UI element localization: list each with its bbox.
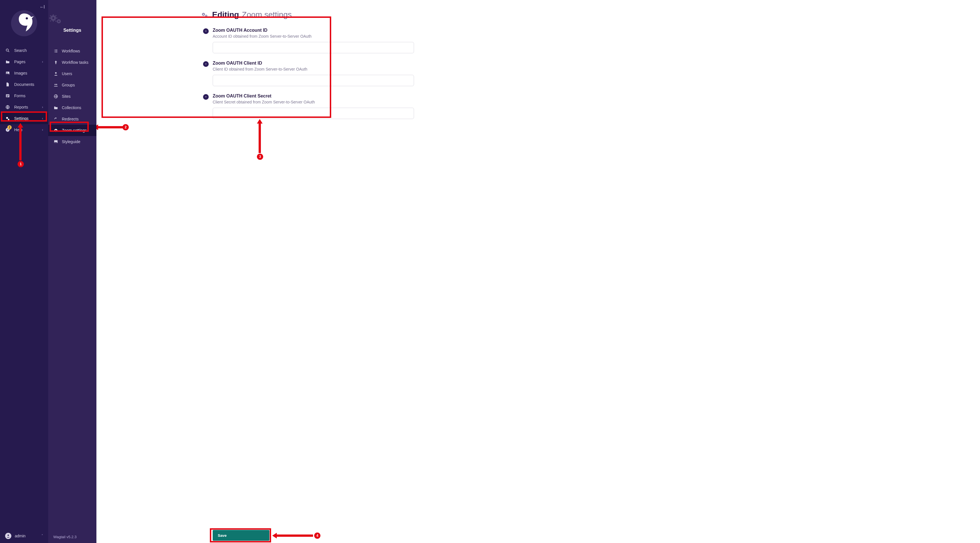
annotation-arrow-2-head	[96, 124, 98, 130]
primary-nav: Search Pages › Images Documents Fo	[0, 45, 48, 135]
svg-point-5	[7, 72, 8, 73]
image-icon	[5, 71, 10, 76]
main-content: Editing Zoom settings Zoom OAUTH Account…	[96, 0, 980, 543]
svg-point-11	[6, 117, 8, 119]
page-title-subtitle: Zoom settings	[242, 10, 292, 19]
svg-point-12	[8, 119, 10, 120]
svg-rect-21	[56, 17, 57, 18]
nav-item-pages[interactable]: Pages ›	[0, 56, 48, 67]
sec-item-styleguide[interactable]: Styleguide	[48, 136, 96, 148]
secondary-header: Settings	[48, 0, 96, 38]
nav-label: Images	[14, 71, 27, 75]
nav-label: Search	[14, 48, 27, 53]
zoom-account-id-input[interactable]	[213, 42, 414, 53]
nav-item-search[interactable]: Search	[0, 45, 48, 56]
folder-icon	[53, 105, 59, 110]
save-button[interactable]: Save	[213, 530, 269, 541]
field-zoom-account-id: Zoom OAUTH Account ID Account ID obtaine…	[201, 28, 980, 53]
annotation-arrow-4-line	[276, 535, 313, 537]
user-icon	[53, 71, 59, 76]
tasks-icon	[53, 48, 59, 54]
sec-item-groups[interactable]: Groups	[48, 79, 96, 90]
cog-icon	[53, 128, 59, 133]
svg-point-1	[26, 17, 28, 19]
field-label: Zoom OAUTH Account ID	[213, 28, 980, 33]
redirect-icon	[53, 116, 59, 122]
pin-icon	[53, 60, 59, 65]
chevron-left-icon: ‹	[42, 116, 43, 121]
field-zoom-client-id: Zoom OAUTH Client ID Client ID obtained …	[201, 60, 980, 86]
user-menu[interactable]: admin ˄	[0, 529, 48, 543]
annotation-badge-3: 3	[257, 154, 263, 160]
sec-item-users[interactable]: Users	[48, 68, 96, 79]
sec-item-sites[interactable]: Sites	[48, 90, 96, 102]
list-icon	[5, 93, 10, 98]
svg-point-15	[8, 535, 9, 536]
wagtail-logo-icon	[11, 10, 38, 37]
nav-item-images[interactable]: Images	[0, 67, 48, 79]
globe-icon	[5, 105, 10, 110]
chevron-right-icon: ›	[42, 105, 43, 109]
sec-item-workflows[interactable]: Workflows	[48, 45, 96, 57]
sec-label: Styleguide	[62, 140, 80, 144]
group-icon	[53, 83, 59, 87]
sec-label: Collections	[62, 105, 81, 110]
sec-label: Workflows	[62, 49, 80, 53]
collapse-toggle[interactable]	[203, 61, 209, 67]
collapse-toggle[interactable]	[203, 94, 209, 100]
nav-label: Reports	[14, 105, 28, 110]
secondary-title: Settings	[48, 28, 96, 33]
field-zoom-client-secret: Zoom OAUTH Client Secret Client Secret o…	[201, 94, 980, 119]
nav-item-help[interactable]: ? 2 Help ›	[0, 124, 48, 135]
sec-item-redirects[interactable]: Redirects	[48, 113, 96, 125]
nav-item-documents[interactable]: Documents	[0, 79, 48, 90]
svg-rect-9	[6, 97, 8, 97]
version-label: Wagtail v5.2.3	[48, 531, 96, 543]
zoom-client-secret-input[interactable]	[213, 108, 414, 119]
svg-line-3	[8, 51, 9, 52]
nav-item-forms[interactable]: Forms	[0, 90, 48, 102]
svg-rect-19	[53, 21, 54, 22]
field-help: Account ID obtained from Zoom Server-to-…	[213, 34, 980, 38]
svg-point-28	[55, 72, 56, 74]
svg-rect-25	[50, 20, 51, 22]
collapse-sidebar-button[interactable]: ←I	[40, 5, 44, 10]
nav-label: Documents	[14, 82, 34, 87]
svg-point-33	[55, 130, 56, 131]
nav-label: Forms	[14, 94, 25, 98]
svg-point-17	[52, 17, 54, 19]
sec-item-zoom-settings[interactable]: Zoom settings	[48, 125, 96, 136]
svg-point-36	[203, 14, 204, 15]
gears-icon	[201, 12, 208, 17]
sec-item-collections[interactable]: Collections	[48, 102, 96, 113]
field-help: Client Secret obtained from Zoom Server-…	[213, 100, 980, 104]
page-title-editing: Editing	[212, 10, 239, 19]
sec-label: Groups	[62, 83, 75, 87]
globe-icon	[53, 94, 59, 99]
collapse-toggle[interactable]	[203, 29, 209, 34]
zoom-client-id-input[interactable]	[213, 75, 414, 86]
gears-large-icon	[48, 13, 96, 25]
nav-item-settings[interactable]: Settings ‹	[0, 113, 48, 124]
avatar-icon	[5, 533, 11, 539]
svg-point-27	[58, 21, 60, 22]
svg-point-38	[206, 15, 207, 16]
annotation-badge-4: 4	[314, 532, 320, 539]
nav-label: Pages	[14, 60, 25, 64]
primary-sidebar: ←I Search Pages ›	[0, 0, 48, 543]
svg-rect-8	[6, 96, 9, 96]
document-icon	[5, 82, 10, 87]
svg-rect-24	[55, 15, 57, 16]
sec-item-workflow-tasks[interactable]: Workflow tasks	[48, 57, 96, 68]
nav-item-reports[interactable]: Reports ›	[0, 102, 48, 113]
svg-rect-20	[49, 17, 51, 18]
image-icon	[53, 139, 59, 144]
field-label: Zoom OAUTH Client ID	[213, 60, 980, 66]
help-badge: 2	[7, 125, 12, 130]
sec-label: Redirects	[62, 117, 78, 121]
svg-point-30	[56, 84, 57, 85]
sec-label: Sites	[62, 94, 71, 98]
nav-label: Help	[14, 127, 22, 132]
chevron-right-icon: ›	[42, 60, 43, 64]
search-icon	[5, 48, 10, 53]
